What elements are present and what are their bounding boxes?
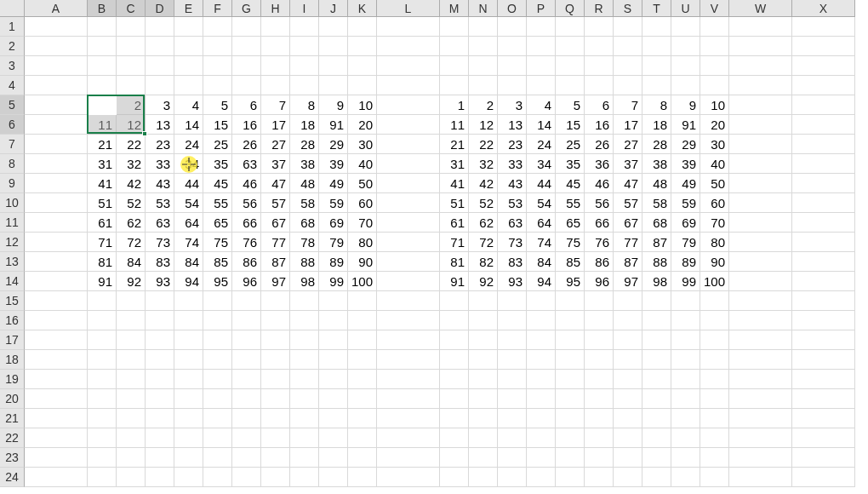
cell-X8[interactable] [792,154,855,174]
cell-W17[interactable] [729,330,792,350]
cell-F13[interactable]: 85 [203,252,232,272]
cell-G24[interactable] [232,468,261,487]
cell-E23[interactable] [174,448,203,468]
cell-U13[interactable]: 89 [671,252,700,272]
cell-C16[interactable] [117,311,146,330]
cell-N21[interactable] [469,409,498,428]
cell-J19[interactable] [319,370,348,389]
cell-T24[interactable] [642,468,671,487]
cell-H18[interactable] [261,350,290,370]
cell-O18[interactable] [498,350,527,370]
cell-Q1[interactable] [556,17,585,37]
cell-P20[interactable] [527,389,556,409]
cell-X2[interactable] [792,37,855,56]
row-head-15[interactable]: 15 [0,291,25,311]
cell-S10[interactable]: 57 [614,193,642,213]
cell-K24[interactable] [348,468,377,487]
cell-P15[interactable] [527,291,556,311]
cell-W4[interactable] [729,76,792,95]
cell-T8[interactable]: 38 [642,154,671,174]
cell-M2[interactable] [440,37,469,56]
cell-R4[interactable] [585,76,614,95]
cell-S20[interactable] [614,389,642,409]
cell-G16[interactable] [232,311,261,330]
cell-R3[interactable] [585,56,614,76]
cell-T16[interactable] [642,311,671,330]
cell-Q2[interactable] [556,37,585,56]
cell-X20[interactable] [792,389,855,409]
cell-S13[interactable]: 87 [614,252,642,272]
cell-H14[interactable]: 97 [261,272,290,291]
row-head-8[interactable]: 8 [0,154,25,174]
cell-R15[interactable] [585,291,614,311]
cell-W14[interactable] [729,272,792,291]
cell-B15[interactable] [88,291,117,311]
cell-K2[interactable] [348,37,377,56]
cell-F11[interactable]: 65 [203,213,232,233]
cell-T3[interactable] [642,56,671,76]
cell-D9[interactable]: 43 [146,174,174,193]
cell-D15[interactable] [146,291,174,311]
cell-A20[interactable] [25,389,88,409]
row-head-23[interactable]: 23 [0,448,25,468]
cell-J10[interactable]: 59 [319,193,348,213]
select-all-corner[interactable] [0,0,25,17]
cell-C2[interactable] [117,37,146,56]
row-head-7[interactable]: 7 [0,135,25,154]
cell-N24[interactable] [469,468,498,487]
cell-L19[interactable] [377,370,440,389]
row-head-19[interactable]: 19 [0,370,25,389]
cell-V7[interactable]: 30 [700,135,729,154]
cell-I2[interactable] [290,37,319,56]
cell-R5[interactable]: 6 [585,95,614,115]
cell-J18[interactable] [319,350,348,370]
cell-L15[interactable] [377,291,440,311]
cell-P3[interactable] [527,56,556,76]
cell-H23[interactable] [261,448,290,468]
row-head-21[interactable]: 21 [0,409,25,428]
cell-W11[interactable] [729,213,792,233]
cell-O5[interactable]: 3 [498,95,527,115]
cell-F7[interactable]: 25 [203,135,232,154]
cell-P17[interactable] [527,330,556,350]
cell-F6[interactable]: 15 [203,115,232,135]
cell-B24[interactable] [88,468,117,487]
cell-M4[interactable] [440,76,469,95]
cell-P10[interactable]: 54 [527,193,556,213]
cell-V24[interactable] [700,468,729,487]
cell-I22[interactable] [290,428,319,448]
cell-I14[interactable]: 98 [290,272,319,291]
cell-K10[interactable]: 60 [348,193,377,213]
col-head-C[interactable]: C [117,0,146,17]
cell-M5[interactable]: 1 [440,95,469,115]
cell-R2[interactable] [585,37,614,56]
cell-Q18[interactable] [556,350,585,370]
cell-C8[interactable]: 32 [117,154,146,174]
cell-K15[interactable] [348,291,377,311]
cell-B4[interactable] [88,76,117,95]
cell-W8[interactable] [729,154,792,174]
cell-A10[interactable] [25,193,88,213]
cell-I21[interactable] [290,409,319,428]
cell-K5[interactable]: 10 [348,95,377,115]
cell-W22[interactable] [729,428,792,448]
cell-K18[interactable] [348,350,377,370]
col-head-K[interactable]: K [348,0,377,17]
cell-F4[interactable] [203,76,232,95]
cell-I3[interactable] [290,56,319,76]
cell-B22[interactable] [88,428,117,448]
cell-O19[interactable] [498,370,527,389]
col-head-T[interactable]: T [642,0,671,17]
cell-J8[interactable]: 39 [319,154,348,174]
cell-U6[interactable]: 91 [671,115,700,135]
cell-R7[interactable]: 26 [585,135,614,154]
cell-P18[interactable] [527,350,556,370]
row-head-1[interactable]: 1 [0,17,25,37]
cell-C12[interactable]: 72 [117,233,146,252]
cell-S11[interactable]: 67 [614,213,642,233]
row-head-6[interactable]: 6 [0,115,25,135]
cell-S18[interactable] [614,350,642,370]
cell-R8[interactable]: 36 [585,154,614,174]
cell-M6[interactable]: 11 [440,115,469,135]
cell-H21[interactable] [261,409,290,428]
